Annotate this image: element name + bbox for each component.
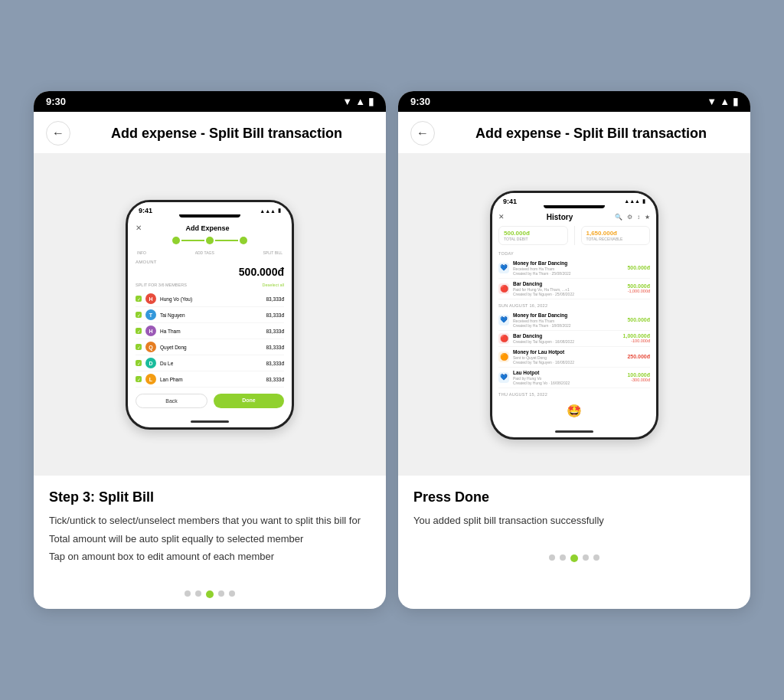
member-amount-6[interactable]: 83,333đ <box>266 377 285 382</box>
phone-battery-r: ▮ <box>642 198 645 204</box>
filter-icon[interactable]: ⚙ <box>627 214 632 221</box>
hist-row-2[interactable]: 🔴 Bar Dancing Paid for Hung Vo, Ha Tham,… <box>498 279 650 299</box>
page-dot-r2[interactable] <box>560 554 566 561</box>
phone-area-right: 9:41 ▲▲▲ ▮ ✕ History 🔍 ⚙ <box>398 154 750 476</box>
page-dot-r3-active[interactable] <box>570 554 578 562</box>
member-amount-1[interactable]: 83,333đ <box>266 296 285 302</box>
split-label: SPLIT FOR 3/6 MEMBERS <box>136 283 187 287</box>
pagination-right <box>398 547 750 573</box>
hist-icon-1: 💙 <box>498 263 509 273</box>
hist-amounts-1: 500.000đ <box>627 265 650 270</box>
member-amount-5[interactable]: 83,333đ <box>266 361 285 366</box>
member-row-3: H Ha Tham 83,333đ <box>136 323 284 339</box>
hist-amounts-s3: 250.000đ <box>627 354 650 359</box>
search-icon[interactable]: 🔍 <box>615 214 622 221</box>
member-amount-3[interactable]: 83,333đ <box>266 329 285 334</box>
hist-info-1: Money for Bar Dancing Received from Ha T… <box>513 260 627 276</box>
summary-debit: 500.000đ TOTAL DEBIT <box>498 226 568 245</box>
member-checkbox-6[interactable] <box>136 376 142 382</box>
hist-name-s1: Money for Bar Dancing <box>513 312 627 318</box>
hist-row-s4[interactable]: 💙 Lau Hotpot Paid by Hung Vo Created by … <box>498 368 650 388</box>
hist-amount-s3: 250.000đ <box>627 354 650 359</box>
summary-row: 500.000đ TOTAL DEBIT 1,650.000đ TOTAL RE… <box>498 226 650 245</box>
member-amount-2[interactable]: 83,333đ <box>266 312 285 318</box>
step-dot-2 <box>206 237 214 244</box>
page-dot-2[interactable] <box>195 590 201 597</box>
hist-icon-s1: 💙 <box>498 315 509 325</box>
step-line-2 <box>215 240 238 241</box>
back-button-right[interactable]: ← <box>410 121 435 146</box>
signal-icon: ▼ <box>342 96 352 107</box>
history-close-icon[interactable]: ✕ <box>498 213 505 221</box>
sort-icon[interactable]: ↕ <box>637 214 640 221</box>
hist-row-s3[interactable]: 🟠 Money for Lau Hotpot Sent to Quyet Don… <box>498 347 650 368</box>
deselect-all-btn[interactable]: Deselect all <box>263 283 284 287</box>
page-dot-4[interactable] <box>218 590 224 597</box>
step-dot-3 <box>240 237 247 244</box>
hist-row-s1[interactable]: 💙 Money for Bar Dancing Received from Ha… <box>498 310 650 331</box>
hist-sub1-s2: Created by Tai Nguyen · 16/08/2022 <box>513 339 623 344</box>
summary-receivable: 1,650.000đ TOTAL RECEIVABLE <box>581 226 651 245</box>
member-name-4: Quyet Dong <box>160 345 266 350</box>
phone-time-right: 9:41 <box>503 198 517 205</box>
description-right: Press Done You added split bill transact… <box>398 476 750 547</box>
phone-signal-r: ▲▲▲ <box>624 198 640 204</box>
phone-status-icons-right: ▲▲▲ ▮ <box>624 198 645 204</box>
phone-right: 9:41 ▲▲▲ ▮ ✕ History 🔍 ⚙ <box>490 191 658 440</box>
hist-icon-s4: 💙 <box>498 372 509 383</box>
thursday-label: THU AUGUST 15, 2022 <box>498 392 650 397</box>
hist-info-s4: Lau Hotpot Paid by Hung Vo Created by Hu… <box>513 370 627 385</box>
summary-divider <box>574 226 575 245</box>
member-name-2: Tai Nguyen <box>160 312 266 318</box>
page-dot-r4[interactable] <box>583 554 589 561</box>
phone-close-icon[interactable]: ✕ <box>136 224 142 232</box>
step-desc-2: Total amount will be auto split equally … <box>49 532 371 547</box>
battery-icon: ▮ <box>368 96 374 107</box>
hist-sub-amount-s2: -100.000đ <box>623 339 650 343</box>
left-card: 9:30 ▼ ▲ ▮ ← Add expense - Split Bill tr… <box>34 91 386 609</box>
phone-left: 9:41 ▲▲▲ ▮ ✕ Add Expense <box>126 200 294 430</box>
hist-amount-s4: 100.000đ <box>627 372 650 378</box>
more-icon[interactable]: ★ <box>645 214 650 221</box>
hist-row-1[interactable]: 💙 Money for Bar Dancing Received from Ha… <box>498 258 650 279</box>
wifi-icon-r: ▲ <box>720 96 730 107</box>
status-icons-left: ▼ ▲ ▮ <box>342 96 374 107</box>
hist-amount-2: 500.000đ <box>627 283 650 289</box>
member-avatar-5: D <box>145 358 156 368</box>
member-checkbox-2[interactable] <box>136 312 142 318</box>
pagination-left <box>34 583 386 609</box>
page-dot-3-active[interactable] <box>206 590 214 598</box>
status-icons-right: ▼ ▲ ▮ <box>707 96 738 107</box>
history-action-icons: 🔍 ⚙ ↕ ★ <box>615 214 650 221</box>
hist-amount-s1: 500.000đ <box>627 317 650 322</box>
hist-amounts-s4: 100.000đ -300.000đ <box>627 372 650 382</box>
back-button-left[interactable]: ← <box>46 121 70 146</box>
page-dot-r5[interactable] <box>593 554 599 561</box>
hist-info-s2: Bar Dancing Created by Tai Nguyen · 16/0… <box>513 333 623 344</box>
phone-battery: ▮ <box>278 208 281 214</box>
hist-amount-s2: 1,000.000đ <box>623 333 650 339</box>
member-checkbox-5[interactable] <box>136 360 142 366</box>
member-row-1: H Hung Vo (You) 83,333đ <box>136 291 284 307</box>
history-title: History <box>547 213 573 221</box>
total-debit-label: TOTAL DEBIT <box>504 237 563 241</box>
page-dot-5[interactable] <box>229 590 235 597</box>
status-bar-left: 9:30 ▼ ▲ ▮ <box>34 91 386 112</box>
phone-area-left: 9:41 ▲▲▲ ▮ ✕ Add Expense <box>34 154 386 476</box>
phone-back-btn[interactable]: Back <box>136 394 207 408</box>
page-dot-r1[interactable] <box>549 554 555 561</box>
time-right: 9:30 <box>410 96 430 107</box>
battery-icon-r: ▮ <box>733 96 738 107</box>
member-checkbox-1[interactable] <box>136 296 142 302</box>
hist-info-s3: Money for Lau Hotpot Sent to Quyet Dong … <box>513 349 627 365</box>
step-label-3: SPLIT BILL <box>263 250 283 255</box>
member-checkbox-3[interactable] <box>136 328 142 334</box>
home-indicator-right <box>555 430 593 433</box>
hist-amounts-2: 500.000đ -1,000.000đ <box>627 283 650 293</box>
member-checkbox-4[interactable] <box>136 344 142 350</box>
phone-done-btn[interactable]: Done <box>214 394 284 408</box>
page-dot-1[interactable] <box>185 590 191 597</box>
member-amount-4[interactable]: 83,333đ <box>266 345 285 350</box>
sunday-label: SUN AUGUST 16, 2022 <box>498 303 650 308</box>
hist-row-s2[interactable]: 🔴 Bar Dancing Created by Tai Nguyen · 16… <box>498 331 650 347</box>
